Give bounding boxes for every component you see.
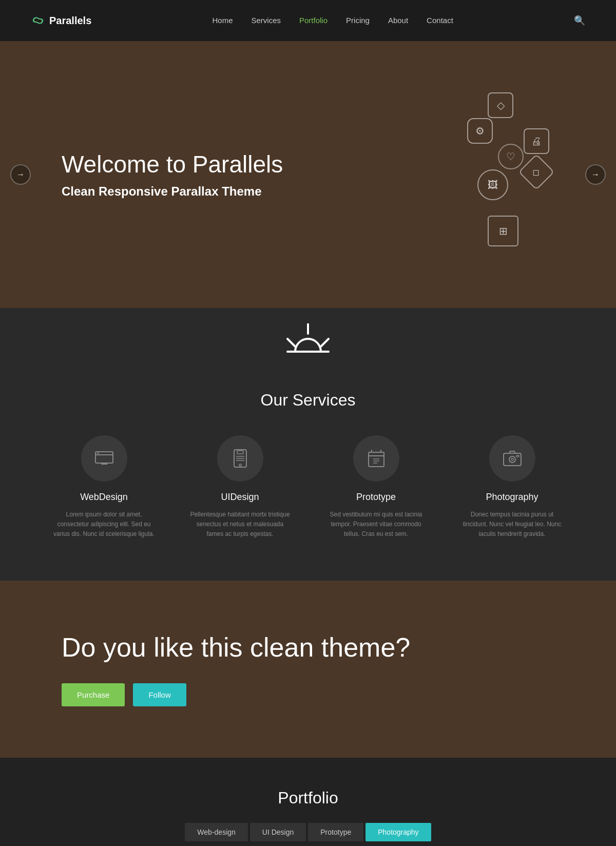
hero-icon-settings: ⚙ bbox=[467, 118, 493, 144]
service-desc-webdesign: Lorem ipsum dolor sit amet, consectetur … bbox=[53, 510, 156, 540]
portfolio-title: Portfolio bbox=[41, 789, 575, 807]
svg-point-24 bbox=[511, 458, 513, 460]
service-title-webdesign: WebDesign bbox=[80, 492, 128, 503]
portfolio-tabs: Web-design UI Design Prototype Photograp… bbox=[41, 823, 575, 841]
service-title-photography: Photography bbox=[486, 492, 538, 503]
carousel-prev-button[interactable]: → bbox=[10, 164, 31, 185]
hero-icon-image: 🖼 bbox=[477, 169, 508, 200]
svg-line-3 bbox=[321, 339, 329, 347]
svg-rect-15 bbox=[369, 452, 384, 467]
navbar: Parallels Home Services Portfolio Pricin… bbox=[0, 0, 616, 41]
hero-icon-heart: ♡ bbox=[498, 144, 524, 169]
svg-rect-10 bbox=[237, 451, 243, 454]
hero-heading: Welcome to Parallels bbox=[62, 150, 283, 179]
service-item-webdesign: WebDesign Lorem ipsum dolor sit amet, co… bbox=[53, 435, 156, 540]
service-icon-uidesign bbox=[217, 435, 263, 482]
service-item-uidesign: UIDesign Pellentesque habitant morbi tri… bbox=[189, 435, 292, 540]
cta-section: Do you like this clean theme? Purchase F… bbox=[0, 581, 616, 758]
service-title-prototype: Prototype bbox=[356, 492, 396, 503]
brand: Parallels bbox=[31, 13, 91, 28]
carousel-next-button[interactable]: → bbox=[585, 164, 606, 185]
cta-heading: Do you like this clean theme? bbox=[62, 632, 554, 663]
sun-icon bbox=[282, 323, 334, 365]
service-item-photography: Photography Donec tempus lacinia purus u… bbox=[461, 435, 564, 540]
services-grid: WebDesign Lorem ipsum dolor sit amet, co… bbox=[41, 435, 575, 540]
service-icon-webdesign bbox=[81, 435, 127, 482]
purchase-button[interactable]: Purchase bbox=[62, 683, 125, 706]
nav-home[interactable]: Home bbox=[212, 16, 233, 25]
hero-content: Welcome to Parallels Clean Responsive Pa… bbox=[62, 150, 283, 198]
tab-prototype[interactable]: Prototype bbox=[308, 823, 363, 841]
service-desc-photography: Donec tempus lacinia purus ut tincidunt.… bbox=[461, 510, 564, 540]
sun-divider bbox=[0, 308, 616, 360]
nav-about[interactable]: About bbox=[388, 16, 408, 25]
hero-icons-cluster: ◇ ⚙ ♡ 🖨 🖼 ◇ ⊞ bbox=[421, 82, 554, 277]
nav-services[interactable]: Services bbox=[251, 16, 281, 25]
hero-icon-print: 🖨 bbox=[524, 128, 549, 154]
service-icon-prototype bbox=[353, 435, 399, 482]
service-item-prototype: Prototype Sed vestibulum mi quis est lac… bbox=[325, 435, 428, 540]
services-title: Our Services bbox=[41, 391, 575, 410]
nav-menu: Home Services Portfolio Pricing About Co… bbox=[212, 16, 453, 25]
service-title-uidesign: UIDesign bbox=[221, 492, 259, 503]
svg-point-14 bbox=[239, 464, 241, 466]
brand-name: Parallels bbox=[49, 15, 91, 27]
service-desc-uidesign: Pellentesque habitant morbi tristique se… bbox=[189, 510, 292, 540]
svg-rect-25 bbox=[516, 455, 519, 457]
hero-icon-grid: ⊞ bbox=[488, 216, 518, 246]
nav-portfolio[interactable]: Portfolio bbox=[299, 16, 328, 25]
nav-contact[interactable]: Contact bbox=[427, 16, 453, 25]
portfolio-section: Portfolio Web-design UI Design Prototype… bbox=[0, 758, 616, 846]
search-button[interactable]: 🔍 bbox=[574, 15, 585, 26]
tab-webdesign[interactable]: Web-design bbox=[185, 823, 247, 841]
parallels-logo-icon bbox=[31, 13, 45, 28]
hero-icon-tag: ◇ bbox=[488, 92, 513, 118]
svg-rect-6 bbox=[97, 453, 99, 454]
follow-button[interactable]: Follow bbox=[133, 683, 186, 706]
services-section: Our Services WebDesign Lorem ipsum dolor… bbox=[0, 360, 616, 581]
nav-pricing[interactable]: Pricing bbox=[346, 16, 370, 25]
hero-section: → Welcome to Parallels Clean Responsive … bbox=[0, 41, 616, 308]
tab-photography[interactable]: Photography bbox=[365, 823, 431, 841]
hero-subheading: Clean Responsive Parallax Theme bbox=[62, 184, 283, 199]
svg-point-23 bbox=[509, 456, 515, 463]
svg-line-2 bbox=[287, 339, 295, 347]
hero-icon-diamond: ◇ bbox=[518, 154, 555, 190]
service-desc-prototype: Sed vestibulum mi quis est lacinia tempo… bbox=[325, 510, 428, 540]
service-icon-photography bbox=[489, 435, 535, 482]
cta-buttons: Purchase Follow bbox=[62, 683, 554, 706]
tab-uidesign[interactable]: UI Design bbox=[250, 823, 306, 841]
